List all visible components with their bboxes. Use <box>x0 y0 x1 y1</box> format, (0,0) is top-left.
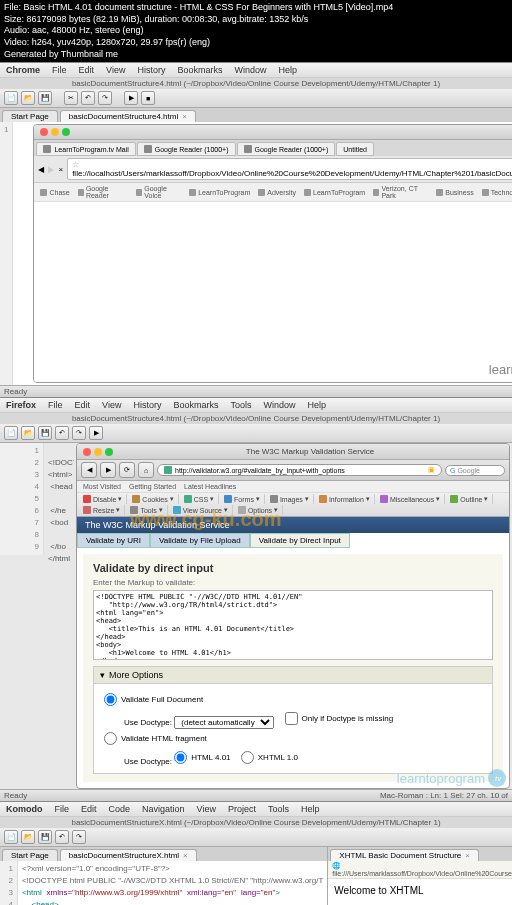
dev-info[interactable]: Information ▾ <box>315 494 375 504</box>
close-icon[interactable]: × <box>465 851 470 860</box>
dev-images[interactable]: Images ▾ <box>266 494 314 504</box>
menu-file[interactable]: File <box>52 65 67 75</box>
tab-start-page[interactable]: Start Page <box>2 110 58 122</box>
open-icon[interactable]: 📂 <box>21 426 35 440</box>
code-editor[interactable]: 12345678910 <?xml version="1.0" encoding… <box>0 861 327 905</box>
browser-tab[interactable]: LearnToProgram.tv Mail <box>36 142 135 156</box>
bookmark-item[interactable]: Technology <box>482 185 512 199</box>
open-icon[interactable]: 📂 <box>21 91 35 105</box>
bookmark-item[interactable]: LearnToProgram <box>304 185 365 199</box>
minimize-window-icon[interactable] <box>94 448 102 456</box>
close-icon[interactable]: × <box>183 851 188 860</box>
play-icon[interactable]: ▶ <box>124 91 138 105</box>
forward-icon[interactable]: ▶ <box>48 165 54 174</box>
menu-view[interactable]: View <box>106 65 125 75</box>
new-file-icon[interactable]: 📄 <box>4 830 18 844</box>
url-input[interactable]: http://validator.w3.org/#validate_by_inp… <box>157 464 442 476</box>
undo-icon[interactable]: ↶ <box>55 830 69 844</box>
bookmark-item[interactable]: Latest Headlines <box>184 483 236 490</box>
browser-tab[interactable]: Untitled <box>336 142 374 156</box>
w3c-tab-uri[interactable]: Validate by URI <box>77 533 150 548</box>
doctype-select[interactable]: (detect automatically) <box>174 716 274 729</box>
menu-view[interactable]: View <box>197 804 216 814</box>
close-icon[interactable]: × <box>182 112 187 121</box>
opt-html401[interactable]: HTML 4.01 <box>174 751 230 764</box>
bookmark-item[interactable]: Getting Started <box>129 483 176 490</box>
menu-view[interactable]: View <box>102 400 121 410</box>
bookmark-item[interactable]: Chase <box>40 185 69 199</box>
rss-icon[interactable]: ▣ <box>428 466 435 474</box>
redo-icon[interactable]: ↷ <box>72 426 86 440</box>
menu-help[interactable]: Help <box>278 65 297 75</box>
menu-bookmarks[interactable]: Bookmarks <box>173 400 218 410</box>
bookmark-item[interactable]: LearnToProgram <box>189 185 250 199</box>
cut-icon[interactable]: ✂ <box>64 91 78 105</box>
save-icon[interactable]: 💾 <box>38 91 52 105</box>
code-text[interactable]: <?xml version="1.0" encoding="UTF-8"?> <… <box>18 861 327 905</box>
menu-code[interactable]: Code <box>109 804 131 814</box>
browser-tab[interactable]: Google Reader (1000+) <box>137 142 236 156</box>
dev-tools[interactable]: Tools ▾ <box>126 505 167 515</box>
close-window-icon[interactable] <box>40 128 48 136</box>
dev-viewsource[interactable]: View Source ▾ <box>169 505 233 515</box>
menu-tools[interactable]: Tools <box>268 804 289 814</box>
menu-edit[interactable]: Edit <box>79 65 95 75</box>
home-icon[interactable]: ⌂ <box>138 462 154 478</box>
dev-misc[interactable]: Miscellaneous ▾ <box>376 494 445 504</box>
opt-xhtml10[interactable]: XHTML 1.0 <box>241 751 298 764</box>
menu-navigation[interactable]: Navigation <box>142 804 185 814</box>
play-icon[interactable]: ▶ <box>89 426 103 440</box>
w3c-tab-upload[interactable]: Validate by File Upload <box>150 533 250 548</box>
bookmark-item[interactable]: Adversity <box>258 185 296 199</box>
search-input[interactable]: G Google <box>445 465 505 476</box>
stop-icon[interactable]: ■ <box>141 91 155 105</box>
back-icon[interactable]: ◀ <box>38 165 44 174</box>
bookmark-item[interactable]: Business <box>436 185 473 199</box>
menu-help[interactable]: Help <box>301 804 320 814</box>
radio-xhtml10[interactable] <box>241 751 254 764</box>
bookmark-item[interactable]: Google Reader <box>78 185 128 199</box>
menu-edit[interactable]: Edit <box>81 804 97 814</box>
tab-file[interactable]: basicDocumentStructureX.html× <box>60 849 197 861</box>
menu-tools[interactable]: Tools <box>230 400 251 410</box>
menu-history[interactable]: History <box>133 400 161 410</box>
menu-file[interactable]: File <box>55 804 70 814</box>
markup-textarea[interactable]: <!DOCTYPE HTML PUBLIC "-//W3C//DTD HTML … <box>93 590 493 660</box>
minimize-window-icon[interactable] <box>51 128 59 136</box>
reload-icon[interactable]: ⟳ <box>119 462 135 478</box>
dev-resize[interactable]: Resize ▾ <box>79 505 125 515</box>
undo-icon[interactable]: ↶ <box>81 91 95 105</box>
checkbox-only-missing[interactable] <box>285 712 298 725</box>
menu-help[interactable]: Help <box>307 400 326 410</box>
browser-tab[interactable]: Google Reader (1000+) <box>237 142 336 156</box>
menu-window[interactable]: Window <box>263 400 295 410</box>
back-icon[interactable]: ◀ <box>81 462 97 478</box>
bookmark-item[interactable]: Most Visited <box>83 483 121 490</box>
forward-icon[interactable]: ▶ <box>100 462 116 478</box>
dev-cookies[interactable]: Cookies ▾ <box>128 494 178 504</box>
menu-edit[interactable]: Edit <box>75 400 91 410</box>
more-options-toggle[interactable]: ▾ More Options <box>93 666 493 684</box>
radio-full[interactable] <box>104 693 117 706</box>
save-icon[interactable]: 💾 <box>38 426 52 440</box>
open-icon[interactable]: 📂 <box>21 830 35 844</box>
radio-html401[interactable] <box>174 751 187 764</box>
menu-bookmarks[interactable]: Bookmarks <box>177 65 222 75</box>
w3c-tab-input[interactable]: Validate by Direct Input <box>250 533 350 548</box>
dev-css[interactable]: CSS ▾ <box>180 494 219 504</box>
tab-preview[interactable]: XHTML Basic Document Structure× <box>330 849 479 861</box>
dev-forms[interactable]: Forms ▾ <box>220 494 265 504</box>
new-file-icon[interactable]: 📄 <box>4 426 18 440</box>
opt-only-missing[interactable]: Only if Doctype is missing <box>285 712 394 725</box>
new-file-icon[interactable]: 📄 <box>4 91 18 105</box>
zoom-window-icon[interactable] <box>62 128 70 136</box>
opt-validate-full[interactable]: Validate Full Document <box>104 693 482 706</box>
opt-validate-fragment[interactable]: Validate HTML fragment <box>104 732 482 745</box>
url-input[interactable]: ☆ file://localhost/Users/marklassoff/Dro… <box>67 158 512 180</box>
bookmark-item[interactable]: Google Voice <box>136 185 181 199</box>
close-window-icon[interactable] <box>83 448 91 456</box>
dev-options[interactable]: Options ▾ <box>234 505 283 515</box>
redo-icon[interactable]: ↷ <box>72 830 86 844</box>
radio-fragment[interactable] <box>104 732 117 745</box>
undo-icon[interactable]: ↶ <box>55 426 69 440</box>
